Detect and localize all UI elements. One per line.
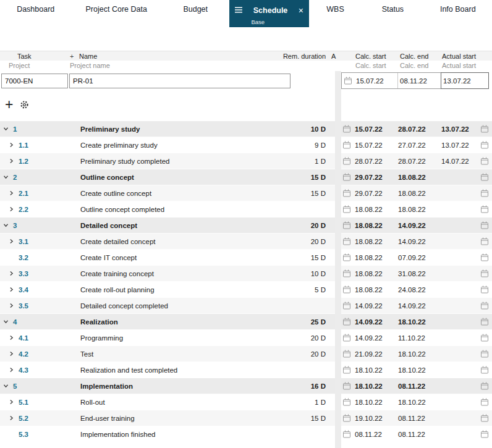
expander-right-icon[interactable]: [9, 335, 19, 340]
task-row-3[interactable]: 3Detailed concept20 D: [0, 218, 335, 234]
expander-right-icon[interactable]: [9, 271, 19, 276]
task-row-1.1[interactable]: 1.1Create preliminary study9 D: [0, 137, 335, 153]
expander-down-icon[interactable]: [3, 174, 13, 180]
project-actual-start[interactable]: 13.07.22: [441, 72, 489, 89]
date-row-3.5[interactable]: 14.09.2214.09.22: [341, 298, 492, 314]
expander-right-icon[interactable]: [9, 367, 19, 373]
expander-right-icon[interactable]: [9, 142, 19, 148]
calendar-icon[interactable]: [341, 253, 355, 261]
tab-schedule[interactable]: Schedule×Base: [229, 0, 308, 27]
calendar-icon[interactable]: [480, 285, 492, 294]
task-row-5[interactable]: 5Implementation16 D: [0, 378, 335, 394]
date-row-5[interactable]: 18.10.2208.11.22: [341, 378, 492, 394]
tab-project-core-data[interactable]: Project Core Data: [71, 0, 161, 19]
add-task-button[interactable]: +: [5, 98, 13, 111]
col-header-actual-start[interactable]: Actual start: [442, 52, 476, 61]
task-row-5.2[interactable]: 5.2End-user training15 D: [0, 410, 335, 426]
date-row-5.3[interactable]: 08.11.2208.11.22: [341, 426, 492, 442]
tab-dashboard[interactable]: Dashboard: [0, 0, 71, 19]
calendar-icon[interactable]: [480, 173, 492, 181]
col-header-rem-duration[interactable]: Rem. duration: [283, 52, 326, 61]
date-row-3[interactable]: 18.08.2214.09.22: [341, 218, 492, 234]
calendar-icon[interactable]: [341, 382, 355, 390]
date-row-5.1[interactable]: 18.10.2218.10.22: [341, 394, 492, 410]
date-row-3.3[interactable]: 18.08.2231.08.22: [341, 266, 492, 282]
calendar-icon[interactable]: [341, 221, 355, 229]
calendar-icon[interactable]: [341, 173, 355, 181]
expander-down-icon[interactable]: [3, 383, 13, 389]
calendar-icon[interactable]: [341, 430, 355, 438]
date-row-3.2[interactable]: 18.08.2207.09.22: [341, 250, 492, 266]
calendar-icon[interactable]: [480, 414, 492, 422]
expander-down-icon[interactable]: [3, 126, 13, 132]
col-header-clipped[interactable]: A: [331, 52, 336, 61]
project-calc-end[interactable]: 08.11.22: [397, 73, 441, 88]
calendar-icon[interactable]: [480, 350, 492, 358]
col-header-name[interactable]: Name: [79, 52, 97, 61]
col-header-calc-end[interactable]: Calc. end: [400, 52, 428, 61]
menu-icon[interactable]: [235, 6, 242, 15]
task-row-5.3[interactable]: 5.3Implementation finished: [0, 426, 335, 442]
calendar-icon[interactable]: [341, 141, 355, 149]
calendar-icon[interactable]: [341, 318, 355, 326]
date-row-1.1[interactable]: 15.07.2227.07.2213.07.22: [341, 137, 492, 153]
calendar-icon[interactable]: [480, 398, 492, 406]
task-row-2.1[interactable]: 2.1Create outline concept15 D: [0, 185, 335, 201]
expander-right-icon[interactable]: [9, 206, 19, 212]
calendar-icon[interactable]: [480, 237, 492, 245]
task-row-3.1[interactable]: 3.1Create detailed concept20 D: [0, 234, 335, 250]
calendar-icon[interactable]: [341, 302, 355, 310]
tab-status[interactable]: Status: [362, 0, 423, 19]
date-row-4.2[interactable]: 21.09.2218.10.22: [341, 346, 492, 362]
date-row-4.1[interactable]: 14.09.2211.10.22: [341, 330, 492, 346]
calendar-icon[interactable]: [342, 73, 354, 88]
calendar-icon[interactable]: [341, 285, 355, 294]
settings-gear-icon[interactable]: [20, 100, 29, 109]
col-header-calc-start[interactable]: Calc. start: [355, 52, 386, 61]
task-row-4[interactable]: 4Realization25 D: [0, 314, 335, 330]
calendar-icon[interactable]: [341, 350, 355, 358]
task-row-1.2[interactable]: 1.2Preliminary study completed1 D: [0, 153, 335, 169]
expander-right-icon[interactable]: [9, 239, 19, 244]
tab-wbs[interactable]: WBS: [309, 0, 362, 19]
calendar-icon[interactable]: [480, 141, 492, 149]
calendar-icon[interactable]: [480, 334, 492, 342]
add-column-icon[interactable]: +: [70, 52, 74, 61]
task-row-2[interactable]: 2Outline concept15 D: [0, 169, 335, 185]
calendar-icon[interactable]: [341, 125, 355, 133]
task-row-3.2[interactable]: 3.2Create IT concept15 D: [0, 250, 335, 266]
calendar-icon[interactable]: [480, 430, 492, 438]
task-row-3.5[interactable]: 3.5Detailed concept completed: [0, 298, 335, 314]
calendar-icon[interactable]: [341, 237, 355, 245]
calendar-icon[interactable]: [341, 398, 355, 406]
expander-down-icon[interactable]: [3, 222, 13, 228]
date-row-2.1[interactable]: 29.07.2218.08.22: [341, 185, 492, 201]
task-row-3.3[interactable]: 3.3Create training concept10 D: [0, 266, 335, 282]
tab-budget[interactable]: Budget: [161, 0, 229, 19]
date-row-3.1[interactable]: 18.08.2214.09.22: [341, 234, 492, 250]
calendar-icon[interactable]: [341, 189, 355, 197]
task-row-1[interactable]: 1Preliminary study10 D: [0, 121, 335, 137]
date-row-4.3[interactable]: 18.10.2218.10.22: [341, 362, 492, 378]
project-calc-start[interactable]: 15.07.22: [354, 73, 397, 88]
calendar-icon[interactable]: [341, 157, 355, 165]
expander-right-icon[interactable]: [9, 287, 19, 292]
calendar-icon[interactable]: [480, 366, 492, 374]
project-name-input[interactable]: [69, 74, 291, 88]
col-header-task[interactable]: Task: [17, 52, 32, 61]
task-row-2.2[interactable]: 2.2Outline concept completed: [0, 201, 335, 218]
close-tab-icon[interactable]: ×: [299, 6, 303, 15]
panel-splitter[interactable]: [335, 51, 341, 448]
task-row-4.3[interactable]: 4.3Realization and test completed: [0, 362, 335, 378]
date-row-5.2[interactable]: 19.10.2208.11.22: [341, 410, 492, 426]
calendar-icon[interactable]: [341, 334, 355, 342]
calendar-icon[interactable]: [480, 253, 492, 261]
calendar-icon[interactable]: [480, 221, 492, 229]
expander-right-icon[interactable]: [9, 158, 19, 164]
task-row-4.1[interactable]: 4.1Programming20 D: [0, 330, 335, 346]
calendar-icon[interactable]: [480, 189, 492, 197]
date-row-2[interactable]: 29.07.2218.08.22: [341, 169, 492, 185]
calendar-icon[interactable]: [480, 302, 492, 310]
calendar-icon[interactable]: [480, 269, 492, 277]
calendar-icon[interactable]: [480, 125, 492, 133]
